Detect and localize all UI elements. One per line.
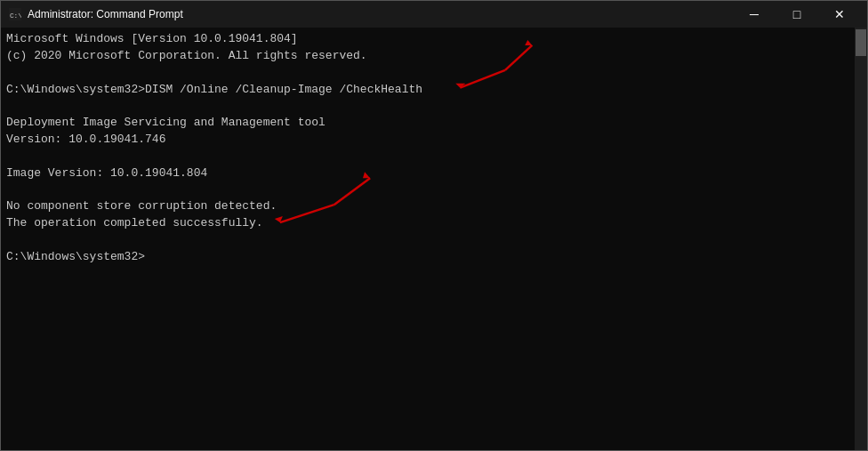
console-line: No component store corruption detected. — [6, 198, 862, 215]
console-line: Version: 10.0.19041.746 — [6, 132, 862, 149]
console-line: Image Version: 10.0.19041.804 — [6, 165, 862, 182]
console-output: Microsoft Windows [Version 10.0.19041.80… — [6, 31, 862, 266]
minimize-button[interactable]: ─ — [734, 1, 775, 28]
window-title: Administrator: Command Prompt — [28, 8, 183, 20]
scrollbar-thumb[interactable] — [856, 29, 866, 56]
console-line: C:\Windows\system32> — [6, 249, 862, 266]
title-bar: C:\ Administrator: Command Prompt ─ □ ✕ — [1, 1, 867, 28]
console-line: Deployment Image Servicing and Managemen… — [6, 115, 862, 132]
cmd-window: C:\ Administrator: Command Prompt ─ □ ✕ … — [0, 0, 868, 451]
scrollbar[interactable] — [855, 28, 867, 450]
console-line: The operation completed successfully. — [6, 215, 862, 232]
console-line — [6, 98, 862, 115]
console-area[interactable]: Microsoft Windows [Version 10.0.19041.80… — [1, 28, 867, 450]
maximize-button[interactable]: □ — [776, 1, 817, 28]
console-line: Microsoft Windows [Version 10.0.19041.80… — [6, 31, 862, 48]
console-line — [6, 65, 862, 82]
cmd-icon: C:\ — [8, 7, 22, 21]
title-bar-left: C:\ Administrator: Command Prompt — [8, 7, 183, 21]
console-line — [6, 232, 862, 249]
window-controls: ─ □ ✕ — [734, 1, 860, 28]
console-line: C:\Windows\system32>DISM /Online /Cleanu… — [6, 82, 862, 99]
console-line — [6, 149, 862, 165]
console-line — [6, 182, 862, 199]
console-line: (c) 2020 Microsoft Corporation. All righ… — [6, 48, 862, 65]
close-button[interactable]: ✕ — [819, 1, 860, 28]
svg-text:C:\: C:\ — [10, 12, 21, 20]
